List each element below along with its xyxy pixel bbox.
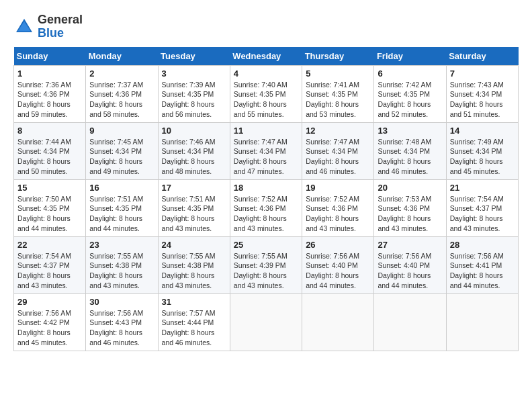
day-number: 12 — [306, 126, 370, 136]
sunrise-label: Sunrise: 7:54 AM — [17, 252, 71, 260]
day-number: 14 — [450, 126, 515, 136]
calendar-day-cell: 1 Sunrise: 7:36 AM Sunset: 4:36 PM Dayli… — [14, 65, 86, 122]
sunset-label: Sunset: 4:34 PM — [450, 147, 502, 155]
calendar-day-cell: 20 Sunrise: 7:53 AM Sunset: 4:36 PM Dayl… — [374, 179, 446, 236]
calendar-day-cell: 19 Sunrise: 7:52 AM Sunset: 4:36 PM Dayl… — [302, 179, 374, 236]
daylight-label: Daylight: 8 hours and 44 minutes. — [450, 271, 503, 289]
daylight-label: Daylight: 8 hours and 43 minutes. — [17, 271, 71, 289]
daylight-label: Daylight: 8 hours and 46 minutes. — [378, 157, 431, 175]
calendar-day-cell: 5 Sunrise: 7:41 AM Sunset: 4:35 PM Dayli… — [302, 65, 374, 122]
day-info: Sunrise: 7:39 AM Sunset: 4:35 PM Dayligh… — [162, 80, 226, 120]
sunrise-label: Sunrise: 7:55 AM — [234, 252, 287, 260]
page-header: General Blue — [13, 13, 519, 40]
day-info: Sunrise: 7:48 AM Sunset: 4:34 PM Dayligh… — [378, 137, 442, 177]
day-number: 21 — [450, 183, 515, 193]
calendar-day-cell — [374, 293, 446, 351]
day-of-week-header: Thursday — [302, 47, 374, 66]
calendar-day-cell: 13 Sunrise: 7:48 AM Sunset: 4:34 PM Dayl… — [374, 122, 446, 179]
calendar-day-cell: 14 Sunrise: 7:49 AM Sunset: 4:34 PM Dayl… — [446, 122, 518, 179]
day-number: 18 — [234, 183, 298, 193]
daylight-label: Daylight: 8 hours and 43 minutes. — [162, 214, 215, 232]
day-info: Sunrise: 7:55 AM Sunset: 4:38 PM Dayligh… — [162, 251, 226, 291]
day-info: Sunrise: 7:54 AM Sunset: 4:37 PM Dayligh… — [17, 251, 82, 291]
day-info: Sunrise: 7:51 AM Sunset: 4:35 PM Dayligh… — [162, 194, 226, 234]
sunset-label: Sunset: 4:34 PM — [17, 147, 70, 155]
calendar-day-cell — [230, 293, 302, 351]
calendar-week-row: 22 Sunrise: 7:54 AM Sunset: 4:37 PM Dayl… — [14, 236, 519, 293]
day-number: 27 — [378, 240, 442, 250]
day-number: 30 — [89, 297, 154, 307]
calendar-day-cell: 16 Sunrise: 7:51 AM Sunset: 4:35 PM Dayl… — [86, 179, 158, 236]
daylight-label: Daylight: 8 hours and 45 minutes. — [450, 157, 503, 175]
day-info: Sunrise: 7:55 AM Sunset: 4:38 PM Dayligh… — [89, 251, 154, 291]
calendar-week-row: 1 Sunrise: 7:36 AM Sunset: 4:36 PM Dayli… — [14, 65, 519, 122]
calendar-week-row: 8 Sunrise: 7:44 AM Sunset: 4:34 PM Dayli… — [14, 122, 519, 179]
daylight-label: Daylight: 8 hours and 44 minutes. — [89, 214, 142, 232]
calendar-day-cell: 24 Sunrise: 7:55 AM Sunset: 4:38 PM Dayl… — [158, 236, 230, 293]
sunrise-label: Sunrise: 7:51 AM — [89, 195, 143, 203]
sunset-label: Sunset: 4:38 PM — [89, 261, 142, 269]
calendar-day-cell: 9 Sunrise: 7:45 AM Sunset: 4:34 PM Dayli… — [86, 122, 158, 179]
logo-general: General — [38, 13, 83, 26]
sunrise-label: Sunrise: 7:39 AM — [162, 81, 216, 89]
sunset-label: Sunset: 4:36 PM — [306, 204, 358, 212]
daylight-label: Daylight: 8 hours and 43 minutes. — [306, 214, 359, 232]
sunrise-label: Sunrise: 7:43 AM — [450, 81, 504, 89]
sunrise-label: Sunrise: 7:55 AM — [162, 252, 216, 260]
sunset-label: Sunset: 4:43 PM — [89, 318, 142, 326]
sunrise-label: Sunrise: 7:56 AM — [450, 252, 504, 260]
sunset-label: Sunset: 4:35 PM — [17, 204, 70, 212]
day-number: 22 — [17, 240, 82, 250]
day-info: Sunrise: 7:43 AM Sunset: 4:34 PM Dayligh… — [450, 80, 515, 120]
calendar-day-cell — [446, 293, 518, 351]
day-number: 2 — [89, 68, 154, 79]
daylight-label: Daylight: 8 hours and 46 minutes. — [306, 157, 359, 175]
sunset-label: Sunset: 4:41 PM — [450, 261, 502, 269]
day-number: 16 — [89, 183, 154, 193]
day-number: 5 — [306, 68, 370, 79]
sunrise-label: Sunrise: 7:56 AM — [17, 309, 71, 317]
day-info: Sunrise: 7:52 AM Sunset: 4:36 PM Dayligh… — [234, 194, 298, 234]
calendar-day-cell: 31 Sunrise: 7:57 AM Sunset: 4:44 PM Dayl… — [158, 293, 230, 351]
sunrise-label: Sunrise: 7:52 AM — [234, 195, 287, 203]
day-number: 20 — [378, 183, 442, 193]
day-info: Sunrise: 7:44 AM Sunset: 4:34 PM Dayligh… — [17, 137, 82, 177]
sunrise-label: Sunrise: 7:45 AM — [89, 138, 143, 146]
sunset-label: Sunset: 4:36 PM — [17, 90, 70, 98]
logo: General Blue — [13, 13, 83, 40]
sunset-label: Sunset: 4:35 PM — [162, 204, 214, 212]
sunrise-label: Sunrise: 7:47 AM — [234, 138, 287, 146]
sunset-label: Sunset: 4:35 PM — [162, 90, 214, 98]
sunrise-label: Sunrise: 7:51 AM — [162, 195, 216, 203]
sunrise-label: Sunrise: 7:56 AM — [378, 252, 431, 260]
day-of-week-header: Friday — [374, 47, 446, 66]
day-number: 9 — [89, 126, 154, 136]
calendar-header-row: SundayMondayTuesdayWednesdayThursdayFrid… — [14, 47, 519, 66]
sunset-label: Sunset: 4:37 PM — [450, 204, 502, 212]
calendar-day-cell: 8 Sunrise: 7:44 AM Sunset: 4:34 PM Dayli… — [14, 122, 86, 179]
calendar-day-cell: 25 Sunrise: 7:55 AM Sunset: 4:39 PM Dayl… — [230, 236, 302, 293]
day-info: Sunrise: 7:37 AM Sunset: 4:36 PM Dayligh… — [89, 80, 154, 120]
day-info: Sunrise: 7:50 AM Sunset: 4:35 PM Dayligh… — [17, 194, 82, 234]
day-info: Sunrise: 7:45 AM Sunset: 4:34 PM Dayligh… — [89, 137, 154, 177]
calendar-day-cell: 28 Sunrise: 7:56 AM Sunset: 4:41 PM Dayl… — [446, 236, 518, 293]
sunrise-label: Sunrise: 7:46 AM — [162, 138, 216, 146]
day-number: 24 — [162, 240, 226, 250]
calendar-day-cell: 27 Sunrise: 7:56 AM Sunset: 4:40 PM Dayl… — [374, 236, 446, 293]
sunset-label: Sunset: 4:36 PM — [378, 204, 430, 212]
calendar-day-cell: 12 Sunrise: 7:47 AM Sunset: 4:34 PM Dayl… — [302, 122, 374, 179]
calendar-day-cell: 2 Sunrise: 7:37 AM Sunset: 4:36 PM Dayli… — [86, 65, 158, 122]
day-number: 10 — [162, 126, 226, 136]
sunrise-label: Sunrise: 7:48 AM — [378, 138, 431, 146]
day-info: Sunrise: 7:49 AM Sunset: 4:34 PM Dayligh… — [450, 137, 515, 177]
sunrise-label: Sunrise: 7:55 AM — [89, 252, 143, 260]
calendar-table: SundayMondayTuesdayWednesdayThursdayFrid… — [13, 47, 519, 351]
daylight-label: Daylight: 8 hours and 50 minutes. — [17, 157, 71, 175]
daylight-label: Daylight: 8 hours and 49 minutes. — [89, 157, 142, 175]
calendar-day-cell: 18 Sunrise: 7:52 AM Sunset: 4:36 PM Dayl… — [230, 179, 302, 236]
day-of-week-header: Wednesday — [230, 47, 302, 66]
day-number: 25 — [234, 240, 298, 250]
daylight-label: Daylight: 8 hours and 47 minutes. — [234, 157, 287, 175]
day-number: 1 — [17, 68, 82, 79]
day-number: 19 — [306, 183, 370, 193]
